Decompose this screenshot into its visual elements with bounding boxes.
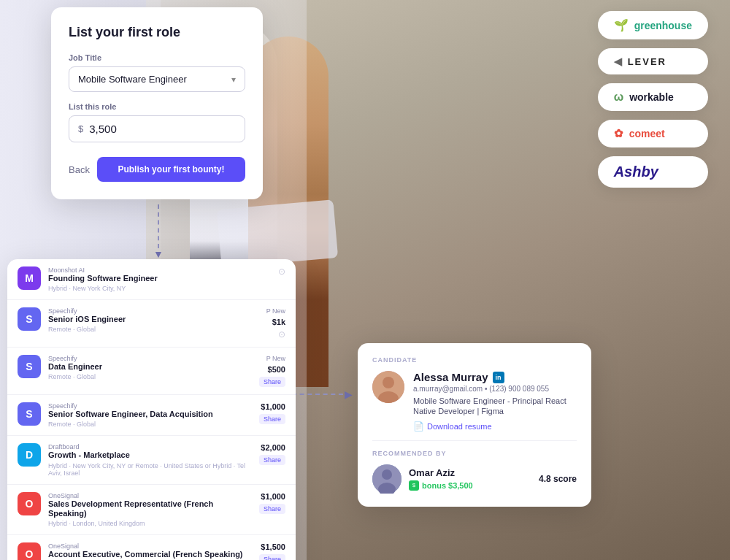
job-share-button[interactable]: Share bbox=[259, 504, 285, 514]
job-title: Sales Development Representative (French… bbox=[48, 499, 252, 518]
job-list-item: O OneSignal Sales Development Representa… bbox=[7, 485, 296, 535]
job-icon: O bbox=[18, 492, 41, 515]
lever-icon: ◀ bbox=[614, 55, 622, 67]
linkedin-icon: in bbox=[493, 372, 504, 383]
job-right: P New $1k ⊙ bbox=[266, 307, 285, 340]
job-company: Speechify bbox=[48, 402, 252, 410]
workable-label: workable bbox=[629, 91, 674, 103]
score-badge: 4.8 score bbox=[539, 474, 577, 484]
job-icon: S bbox=[18, 307, 41, 331]
job-icon: S bbox=[18, 402, 41, 426]
lever-logo: ◀ LEVER bbox=[598, 48, 708, 74]
candidate-contact: a.murray@gmail.com • (123) 900 089 055 bbox=[413, 385, 577, 393]
job-company: Speechify bbox=[48, 355, 252, 362]
ashby-label: Ashby bbox=[614, 164, 658, 180]
job-amount: $1,000 bbox=[261, 492, 285, 501]
ashby-logo: Ashby bbox=[598, 156, 708, 188]
job-meta: Hybrid · London, United Kingdom bbox=[48, 520, 252, 527]
bonus-icon: $ bbox=[409, 480, 419, 491]
job-list-item: M Moonshot AI Founding Software Engineer… bbox=[7, 259, 296, 300]
comeet-icon: ✿ bbox=[614, 127, 623, 140]
job-list-item: D Draftboard Growth - Marketplace Hybrid… bbox=[7, 436, 296, 484]
job-company: Moonshot AI bbox=[48, 266, 271, 274]
job-share-button[interactable]: Share bbox=[259, 554, 285, 560]
job-company: Speechify bbox=[48, 307, 259, 315]
job-company: OneSignal bbox=[48, 542, 252, 550]
dollar-sign: $ bbox=[78, 123, 83, 134]
job-meta: Remote · Global bbox=[48, 373, 252, 380]
job-meta: Hybrid · New York City, NY bbox=[48, 285, 271, 292]
job-company: Draftboard bbox=[48, 443, 252, 450]
job-amount: $1k bbox=[272, 318, 285, 326]
dashed-arrow-down: ▼ bbox=[153, 204, 164, 260]
divider bbox=[372, 440, 577, 441]
ats-logos-container: 🌱 greenhouse ◀ LEVER ω workable ✿ comeet… bbox=[598, 11, 708, 188]
job-share-button[interactable]: Share bbox=[259, 377, 285, 387]
recommender-bonus: $ bonus $3,500 bbox=[409, 480, 531, 491]
job-list-card: M Moonshot AI Founding Software Engineer… bbox=[7, 259, 296, 560]
job-title: Account Executive, Commercial (French Sp… bbox=[48, 550, 252, 559]
list-role-form-card: List your first role Job Title Mobile So… bbox=[51, 7, 263, 199]
job-title: Founding Software Engineer bbox=[48, 274, 271, 283]
greenhouse-icon: 🌱 bbox=[614, 18, 629, 32]
recommender-row: Omar Aziz $ bonus $3,500 4.8 score bbox=[372, 464, 577, 494]
job-amount: $500 bbox=[268, 365, 285, 374]
job-badge: P New bbox=[266, 307, 285, 315]
publish-button[interactable]: Publish your first bounty! bbox=[97, 157, 245, 182]
job-share-button[interactable]: Share bbox=[259, 414, 285, 424]
candidate-section-label: CANDIDATE bbox=[372, 356, 577, 364]
bounty-input[interactable] bbox=[89, 123, 236, 135]
job-title-value: Mobile Software Engineer bbox=[78, 74, 187, 85]
job-share-button[interactable]: Share bbox=[259, 455, 285, 465]
job-title: Senior iOS Engineer bbox=[48, 315, 259, 324]
svg-point-1 bbox=[383, 377, 394, 388]
job-right: $1,500 Share bbox=[259, 542, 285, 560]
back-button[interactable]: Back bbox=[69, 164, 90, 175]
form-title: List your first role bbox=[69, 25, 245, 40]
job-meta: Hybrid · New York City, NY or Remote · U… bbox=[48, 462, 252, 477]
svg-point-4 bbox=[382, 469, 392, 480]
job-list-item: S Speechify Senior iOS Engineer Remote ·… bbox=[7, 300, 296, 348]
candidate-name-row: Alessa Murray in bbox=[413, 371, 577, 383]
job-amount: $2,000 bbox=[261, 443, 285, 452]
comeet-logo: ✿ comeet bbox=[598, 120, 708, 147]
bounty-label: List this role bbox=[69, 102, 245, 111]
job-info: Speechify Senior iOS Engineer Remote · G… bbox=[48, 307, 259, 333]
lever-label: LEVER bbox=[628, 56, 666, 67]
job-meta: Remote · Global bbox=[48, 326, 259, 333]
candidate-card: CANDIDATE Alessa Murray in a.murray@gmai… bbox=[358, 343, 591, 507]
job-info: OneSignal Sales Development Representati… bbox=[48, 492, 252, 527]
job-info: Moonshot AI Founding Software Engineer H… bbox=[48, 266, 271, 292]
job-company: OneSignal bbox=[48, 492, 252, 499]
form-actions: Back Publish your first bounty! bbox=[69, 157, 245, 182]
job-list-item: O OneSignal Account Executive, Commercia… bbox=[7, 535, 296, 560]
job-icon: D bbox=[18, 443, 41, 467]
job-icon: S bbox=[18, 355, 41, 378]
job-right: $1,000 Share bbox=[259, 492, 285, 514]
workable-icon: ω bbox=[614, 91, 624, 104]
job-right: $1,000 Share bbox=[259, 402, 285, 424]
job-right: ⊙ bbox=[278, 266, 285, 277]
job-meta: Remote · Global bbox=[48, 421, 252, 428]
job-list-item: S Speechify Data Engineer Remote · Globa… bbox=[7, 348, 296, 395]
job-action-icon: ⊙ bbox=[278, 266, 285, 277]
job-badge: P New bbox=[266, 355, 285, 362]
candidate-header: Alessa Murray in a.murray@gmail.com • (1… bbox=[372, 371, 577, 431]
job-icon: O bbox=[18, 542, 41, 560]
job-title: Senior Software Engineer, Data Acquisiti… bbox=[48, 410, 252, 419]
candidate-avatar bbox=[372, 371, 404, 403]
recommender-info: Omar Aziz $ bonus $3,500 bbox=[409, 467, 531, 491]
greenhouse-logo: 🌱 greenhouse bbox=[598, 11, 708, 39]
dashed-arrow-right: ▶ bbox=[292, 388, 353, 400]
job-info: Draftboard Growth - Marketplace Hybrid ·… bbox=[48, 443, 252, 476]
job-title: Growth - Marketplace bbox=[48, 450, 252, 460]
bounty-input-wrapper: $ bbox=[69, 115, 245, 142]
comeet-label: comeet bbox=[629, 128, 665, 139]
job-title-select[interactable]: Mobile Software Engineer ▾ bbox=[69, 66, 245, 92]
job-info: Speechify Senior Software Engineer, Data… bbox=[48, 402, 252, 428]
job-action-icon: ⊙ bbox=[278, 329, 285, 340]
job-amount: $1,000 bbox=[261, 402, 285, 411]
job-info: OneSignal Account Executive, Commercial … bbox=[48, 542, 252, 560]
job-title-label: Job Title bbox=[69, 53, 245, 62]
download-resume-link[interactable]: 📄 Download resume bbox=[413, 421, 577, 431]
